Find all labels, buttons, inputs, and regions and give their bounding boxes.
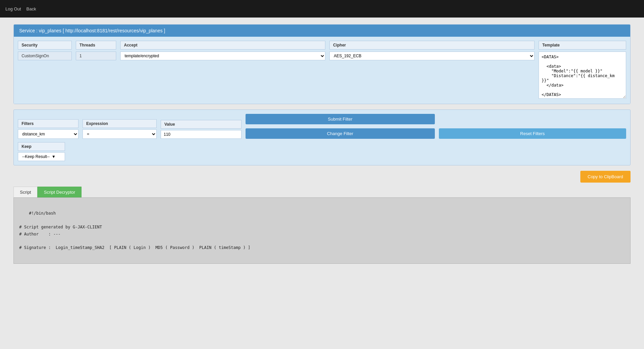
cipher-select[interactable]: AES_192_ECB AES_128_ECB AES_256_ECB xyxy=(329,52,535,60)
value-input[interactable]: 110 xyxy=(161,130,242,139)
threads-value: 1 xyxy=(76,52,116,60)
reset-filters-button[interactable]: Reset Filters xyxy=(439,128,626,139)
tab-script-decryptor[interactable]: Script Decryptor xyxy=(37,187,82,197)
change-filter-button[interactable]: Change Filter xyxy=(246,128,435,139)
service-body: Security CustomSignOn Threads 1 Accept t… xyxy=(14,37,630,104)
clipboard-row: Copy to ClipBoard xyxy=(13,171,631,183)
copy-to-clipboard-button[interactable]: Copy to ClipBoard xyxy=(580,171,631,183)
keep-label: Keep xyxy=(18,142,65,151)
template-field: Template <DATAS> <data> "Model":"{{ mode… xyxy=(539,41,626,100)
back-link[interactable]: Back xyxy=(26,6,36,11)
keep-field: Keep --Keep Result-- ▼ xyxy=(18,142,65,161)
service-panel: Service : vip_planes [ http://localhost:… xyxy=(13,24,631,104)
accept-select[interactable]: template/encrypted application/json text… xyxy=(120,52,325,60)
filters-field: Filters distance_km model xyxy=(18,119,78,139)
service-grid: Security CustomSignOn Threads 1 Accept t… xyxy=(18,41,626,100)
template-textarea[interactable]: <DATAS> <data> "Model":"{{ model }}" "Di… xyxy=(539,52,626,99)
filters-panel: Filters distance_km model Expression = !… xyxy=(13,109,631,165)
service-title: Service : vip_planes [ http://localhost:… xyxy=(19,28,165,33)
accept-field: Accept template/encrypted application/js… xyxy=(120,41,325,60)
value-field: Value 110 xyxy=(161,120,242,139)
security-value: CustomSignOn xyxy=(18,52,72,60)
filters-select[interactable]: distance_km model xyxy=(18,129,78,139)
tab-script[interactable]: Script xyxy=(13,187,37,197)
keep-dropdown-button[interactable]: --Keep Result-- ▼ xyxy=(18,152,65,161)
script-content-box: #!/bin/bash # Script generated by G-JAX-… xyxy=(13,197,631,264)
cipher-label: Cipher xyxy=(329,41,535,50)
expression-field: Expression = != > < >= <= xyxy=(83,119,157,139)
threads-field: Threads 1 xyxy=(76,41,116,60)
filters-row: Filters distance_km model Expression = !… xyxy=(18,114,626,139)
template-label: Template xyxy=(539,41,626,50)
script-text: #!/bin/bash # Script generated by G-JAX-… xyxy=(19,211,250,250)
security-field: Security CustomSignOn xyxy=(18,41,72,60)
expression-label: Expression xyxy=(83,119,157,128)
chevron-down-icon: ▼ xyxy=(52,154,56,159)
expression-select[interactable]: = != > < >= <= xyxy=(83,129,157,139)
keep-row: Keep --Keep Result-- ▼ xyxy=(18,142,626,161)
service-header: Service : vip_planes [ http://localhost:… xyxy=(14,25,630,37)
submit-filter-button[interactable]: Submit Filter xyxy=(246,114,435,124)
submit-btn-wrapper: Submit Filter Change Filter xyxy=(246,114,435,139)
threads-label: Threads xyxy=(76,41,116,50)
value-label: Value xyxy=(161,120,242,129)
topbar: Log Out Back xyxy=(0,0,644,18)
security-label: Security xyxy=(18,41,72,50)
reset-btn-wrapper: Reset Filters xyxy=(439,128,626,139)
script-tabs: Script Script Decryptor xyxy=(13,187,631,197)
cipher-field: Cipher AES_192_ECB AES_128_ECB AES_256_E… xyxy=(329,41,535,60)
filters-label: Filters xyxy=(18,119,78,128)
accept-label: Accept xyxy=(120,41,325,50)
logout-link[interactable]: Log Out xyxy=(5,6,21,11)
page-content: Service : vip_planes [ http://localhost:… xyxy=(0,18,644,271)
keep-dropdown-value: --Keep Result-- xyxy=(22,154,50,159)
